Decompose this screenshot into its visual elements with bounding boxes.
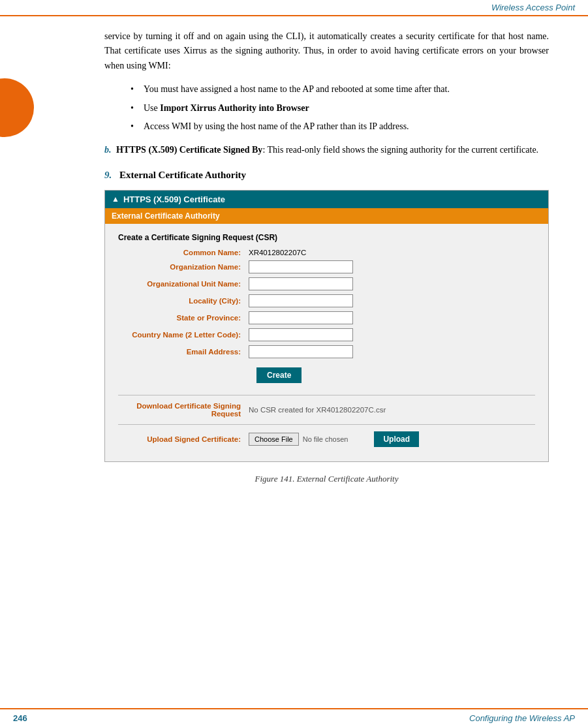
label-org-name: Organization Name:: [118, 263, 249, 271]
bold-text: Import Xirrus Authority into Browser: [160, 103, 309, 113]
form-divider-2: [118, 424, 535, 425]
certificate-panel: ▲ HTTPS (X.509) Certificate External Cer…: [104, 190, 549, 462]
input-locality[interactable]: [249, 294, 353, 307]
field-email: Email Address:: [118, 345, 535, 358]
main-content: service by turning it off and on again u…: [0, 16, 588, 517]
page-footer: 246 Configuring the Wireless AP: [0, 708, 588, 727]
bullet-item-3: Access WMI by using the host name of the…: [131, 119, 549, 134]
label-locality: Locality (City):: [118, 297, 249, 305]
section-b-text: : This read-only field shows the signing…: [262, 145, 538, 155]
upload-button[interactable]: Upload: [374, 431, 419, 447]
upload-label: Upload Signed Certificate:: [118, 435, 249, 443]
label-common-name: Common Name:: [118, 249, 249, 256]
no-file-text: No file chosen: [303, 435, 348, 443]
panel-header-title: HTTPS (X.509) Certificate: [123, 194, 225, 204]
section-9-number: 9.: [104, 170, 112, 180]
upload-row: Upload Signed Certificate: Choose File N…: [118, 431, 535, 447]
page-number: 246: [13, 713, 27, 723]
bullet-item-1: You must have assigned a host name to th…: [131, 82, 549, 97]
page-header: Wireless Access Point: [0, 0, 588, 16]
input-org-name[interactable]: [249, 260, 353, 273]
header-title: Wireless Access Point: [491, 3, 575, 12]
bullet-list: You must have assigned a host name to th…: [131, 82, 549, 134]
label-org-unit: Organizational Unit Name:: [118, 280, 249, 288]
field-org-unit: Organizational Unit Name:: [118, 277, 535, 290]
label-email: Email Address:: [118, 348, 249, 356]
label-country: Country Name (2 Letter Code):: [118, 331, 249, 339]
field-country: Country Name (2 Letter Code):: [118, 328, 535, 341]
create-button[interactable]: Create: [256, 367, 302, 383]
field-state: State or Province:: [118, 311, 535, 324]
section-9-label: External Certificate Authority: [119, 170, 246, 180]
choose-file-button[interactable]: Choose File: [249, 433, 299, 446]
form-section-title: Create a Certificate Signing Request (CS…: [118, 233, 535, 242]
figure-caption: Figure 141. External Certificate Authori…: [104, 474, 549, 484]
collapse-arrow-icon[interactable]: ▲: [112, 194, 119, 204]
chapter-title: Configuring the Wireless AP: [469, 713, 575, 723]
section-b-letter: b.: [104, 145, 112, 155]
input-org-unit[interactable]: [249, 277, 353, 290]
input-state[interactable]: [249, 311, 353, 324]
panel-header: ▲ HTTPS (X.509) Certificate: [105, 191, 548, 208]
field-locality: Locality (City):: [118, 294, 535, 307]
section-b-label: HTTPS (X.509) Certificate Signed By: [116, 145, 262, 155]
intro-paragraph: service by turning it off and on again u…: [104, 29, 549, 73]
form-divider: [118, 395, 535, 395]
bullet-item-2: Use Import Xirrus Authority into Browser: [131, 101, 549, 116]
input-country[interactable]: [249, 328, 353, 341]
input-email[interactable]: [249, 345, 353, 358]
field-org-name: Organization Name:: [118, 260, 535, 273]
panel-body: Create a Certificate Signing Request (CS…: [105, 224, 548, 461]
download-label: Download Certificate Signing Request: [118, 402, 249, 418]
section-b: b. HTTPS (X.509) Certificate Signed By: …: [104, 143, 549, 157]
panel-subheader: External Certificate Authority: [105, 208, 548, 224]
section-9-title: 9. External Certificate Authority: [104, 170, 549, 181]
download-row: Download Certificate Signing Request No …: [118, 402, 535, 418]
label-state: State or Province:: [118, 314, 249, 322]
field-common-name: Common Name: XR4012802207C: [118, 249, 535, 256]
value-common-name: XR4012802207C: [249, 249, 306, 256]
download-value: No CSR created for XR4012802207C.csr: [249, 406, 386, 414]
